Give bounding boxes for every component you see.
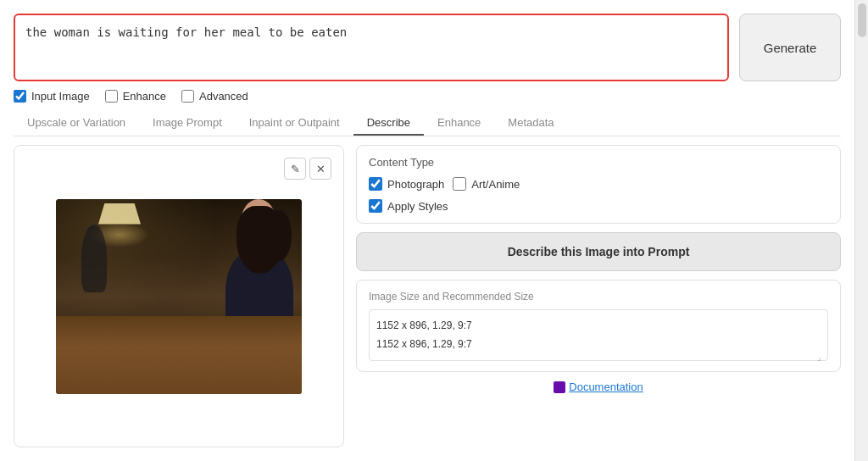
- image-size-values: 1152 x 896, 1.29, 9:7 1152 x 896, 1.29, …: [369, 309, 828, 361]
- image-controls: ✎ ✕: [284, 158, 331, 180]
- tabs-row: Upscale or Variation Image Prompt Inpain…: [14, 111, 841, 136]
- apply-styles-label: Apply Styles: [387, 200, 448, 213]
- image-size-value-2: 1152 x 896, 1.29, 9:7: [376, 336, 821, 354]
- content-type-box: Content Type Photograph Art/Anime: [356, 145, 841, 224]
- top-row: the woman is waiting for her meal to be …: [14, 14, 841, 81]
- image-size-box: Image Size and Recommended Size 1152 x 8…: [356, 280, 841, 372]
- input-image-label: Input Image: [31, 90, 90, 103]
- generate-button[interactable]: Generate: [739, 14, 841, 81]
- photograph-label: Photograph: [387, 178, 444, 191]
- image-size-label: Image Size and Recommended Size: [369, 291, 828, 303]
- photograph-checkbox[interactable]: [369, 177, 382, 191]
- preview-image: [56, 199, 302, 394]
- scrollbar[interactable]: [854, 0, 868, 461]
- prompt-input[interactable]: the woman is waiting for her meal to be …: [14, 14, 729, 81]
- background-person: [81, 225, 107, 292]
- advanced-label: Advanced: [199, 90, 248, 103]
- remove-image-button[interactable]: ✕: [309, 158, 331, 180]
- apply-styles-checkbox[interactable]: [369, 199, 382, 213]
- content-area: ✎ ✕: [14, 145, 841, 447]
- describe-button[interactable]: Describe this Image into Prompt: [356, 232, 841, 271]
- art-anime-label: Art/Anime: [471, 178, 520, 191]
- app-container: the woman is waiting for her meal to be …: [0, 0, 868, 461]
- enhance-option[interactable]: Enhance: [105, 90, 166, 103]
- photograph-option[interactable]: Photograph: [369, 177, 444, 191]
- apply-styles-row: Apply Styles: [369, 199, 828, 213]
- options-row: Input Image Enhance Advanced: [14, 90, 841, 103]
- woman-hair: [236, 206, 283, 274]
- teapot-decoration: [64, 341, 86, 364]
- lamp-decoration: [98, 203, 141, 229]
- lamp-shade: [98, 203, 141, 225]
- tab-enhance[interactable]: Enhance: [424, 111, 494, 136]
- tab-metadata[interactable]: Metadata: [494, 111, 567, 136]
- input-image-option[interactable]: Input Image: [14, 90, 90, 103]
- right-panel: Content Type Photograph Art/Anime: [356, 145, 841, 447]
- plate-decoration: [90, 352, 136, 369]
- tab-describe[interactable]: Describe: [353, 111, 424, 136]
- documentation-section: Documentation: [356, 380, 841, 396]
- image-panel: ✎ ✕: [14, 145, 344, 447]
- tab-inpaint[interactable]: Inpaint or Outpaint: [236, 111, 353, 136]
- input-image-checkbox[interactable]: [14, 90, 26, 103]
- resize-handle: ⌟: [817, 350, 826, 358]
- documentation-link[interactable]: Documentation: [554, 380, 643, 393]
- tab-image-prompt[interactable]: Image Prompt: [139, 111, 236, 136]
- enhance-checkbox[interactable]: [105, 90, 118, 103]
- tab-upscale[interactable]: Upscale or Variation: [14, 111, 139, 136]
- content-type-options: Photograph Art/Anime: [369, 177, 828, 191]
- enhance-label: Enhance: [123, 90, 166, 103]
- image-size-value-1: 1152 x 896, 1.29, 9:7: [376, 317, 821, 336]
- edit-image-button[interactable]: ✎: [284, 158, 306, 180]
- art-anime-checkbox[interactable]: [453, 177, 466, 191]
- advanced-option[interactable]: Advanced: [181, 90, 248, 103]
- main-content: the woman is waiting for her meal to be …: [0, 0, 854, 461]
- art-anime-option[interactable]: Art/Anime: [453, 177, 520, 191]
- content-type-label: Content Type: [369, 156, 828, 169]
- documentation-icon: [554, 381, 565, 393]
- scrollbar-thumb[interactable]: [858, 3, 866, 37]
- advanced-checkbox[interactable]: [181, 90, 194, 103]
- documentation-label: Documentation: [569, 380, 643, 393]
